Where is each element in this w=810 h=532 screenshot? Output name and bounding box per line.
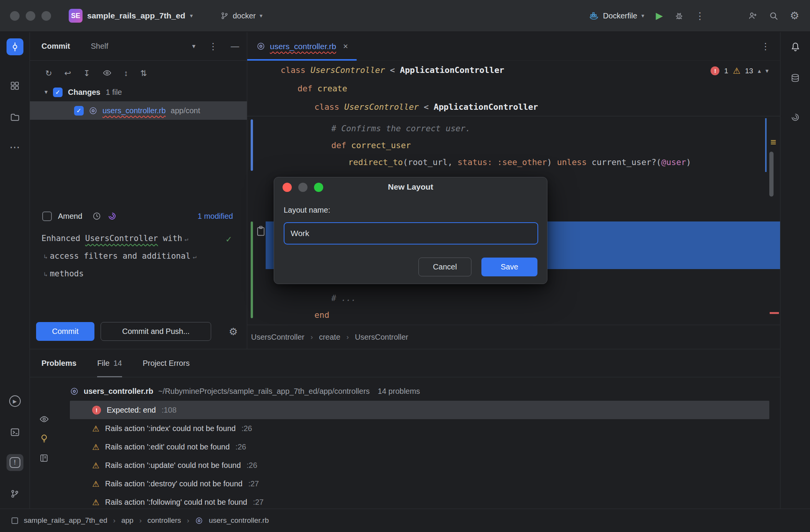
commit-message-line: Enhanced UsersController with↵✓ bbox=[41, 230, 235, 248]
open-details-icon[interactable] bbox=[39, 453, 49, 463]
chevron-down-icon[interactable]: ▾ bbox=[45, 89, 48, 95]
run-button[interactable]: ▶ bbox=[656, 10, 663, 21]
window-minimize-button[interactable] bbox=[26, 11, 35, 21]
more-toolwindows-button[interactable]: ⋯ bbox=[7, 139, 23, 156]
commit-toolwindow-button[interactable] bbox=[7, 38, 23, 55]
next-problem-button[interactable]: ▾ bbox=[765, 67, 769, 74]
problem-line-number: :108 bbox=[162, 406, 177, 415]
code-line[interactable]: # ... bbox=[247, 290, 780, 307]
notifications-button[interactable] bbox=[787, 38, 804, 55]
search-everywhere-button[interactable] bbox=[769, 11, 779, 21]
layout-name-input[interactable] bbox=[284, 222, 538, 245]
tab-shelf[interactable]: Shelf bbox=[91, 42, 108, 51]
breadcrumb-item[interactable]: UsersController bbox=[251, 333, 304, 342]
ai-generate-message-icon[interactable] bbox=[107, 211, 117, 221]
preview-eye-icon[interactable] bbox=[39, 414, 49, 424]
problem-text: Rails action ':update' could not be foun… bbox=[105, 461, 241, 470]
save-button[interactable]: Save bbox=[481, 258, 537, 276]
statusbar-breadcrumb-item[interactable]: sample_rails_app_7th_ed bbox=[24, 516, 107, 525]
ai-assistant-toolwindow-button[interactable] bbox=[787, 109, 804, 126]
inspections-widget[interactable]: ! 1 ⚠ 13 ▴ ▾ bbox=[711, 66, 769, 75]
database-toolwindow-button[interactable] bbox=[787, 69, 804, 86]
statusbar-breadcrumb-item[interactable]: users_controller.rb bbox=[209, 516, 269, 525]
more-actions-button[interactable]: ⋮ bbox=[695, 11, 705, 21]
window-zoom-button[interactable] bbox=[41, 11, 51, 21]
code-line[interactable]: class UsersController < ApplicationContr… bbox=[247, 61, 780, 79]
chevron-down-icon[interactable]: ▾ bbox=[192, 43, 195, 50]
toolwindow-options-button[interactable]: ⋮ bbox=[208, 42, 218, 51]
breadcrumb-item[interactable]: create bbox=[319, 333, 341, 342]
code-line[interactable]: def correct_user bbox=[247, 137, 780, 154]
structure-toolwindow-button[interactable] bbox=[7, 77, 23, 94]
get-from-vcs-icon[interactable]: ↧ bbox=[83, 69, 90, 77]
problem-row[interactable]: !Expected: end:108 bbox=[70, 401, 769, 419]
file-checkbox[interactable]: ✓ bbox=[74, 106, 84, 116]
terminal-toolwindow-button[interactable] bbox=[7, 424, 23, 441]
collapse-all-icon[interactable]: ⇅ bbox=[140, 69, 147, 77]
problems-toolwindow: Problems File 14 Project Errors bbox=[30, 349, 780, 509]
git-toolwindow-button[interactable] bbox=[7, 485, 23, 502]
tab-file-count: 14 bbox=[113, 359, 122, 368]
history-clock-icon[interactable] bbox=[92, 211, 101, 221]
run-configuration-selector[interactable]: Dockerfile ▾ bbox=[589, 11, 644, 20]
code-line[interactable]: # Confirms the correct user. bbox=[247, 120, 780, 137]
project-widget[interactable]: SE sample_rails_app_7th_ed ▾ bbox=[69, 9, 193, 23]
tab-file[interactable]: File 14 bbox=[97, 349, 122, 377]
rollback-icon[interactable]: ↩ bbox=[64, 69, 71, 77]
soft-wrap-icon: ↵ bbox=[193, 253, 197, 260]
problem-row[interactable]: ⚠Rails action ':destroy' could not be fo… bbox=[70, 474, 769, 493]
new-layout-dialog: New Layout Layout name: Cancel Save bbox=[274, 177, 547, 284]
changed-file-row[interactable]: ✓ users_controller.rb app/cont bbox=[30, 101, 247, 120]
commit-message-editor[interactable]: Enhanced UsersController with↵✓ ↳access … bbox=[41, 230, 235, 283]
commit-checks-passed-icon: ✓ bbox=[226, 231, 231, 248]
clipboard-gutter-icon[interactable] bbox=[256, 225, 266, 237]
vcs-branch-widget[interactable]: docker ▾ bbox=[220, 12, 263, 20]
problem-row[interactable]: ⚠Rails action ':update' could not be fou… bbox=[70, 456, 769, 474]
prev-problem-button[interactable]: ▴ bbox=[758, 67, 761, 74]
cancel-button[interactable]: Cancel bbox=[418, 258, 471, 276]
problem-row[interactable]: ⚠Rails action ':index' could not be foun… bbox=[70, 419, 769, 438]
code-line[interactable]: def create bbox=[247, 79, 780, 98]
commit-options-gear-icon[interactable]: ⚙ bbox=[229, 327, 238, 337]
commit-and-push-button[interactable]: Commit and Push... bbox=[101, 322, 211, 341]
editor-tab-options-button[interactable]: ⋮ bbox=[761, 41, 770, 52]
warning-icon: ⚠ bbox=[92, 443, 99, 451]
editor-tab[interactable]: users_controller.rb × bbox=[247, 32, 357, 61]
code-line[interactable]: redirect_to(root_url, status: :see_other… bbox=[247, 154, 780, 171]
tab-problems[interactable]: Problems bbox=[41, 349, 76, 377]
dialog-buttons: Cancel Save bbox=[418, 258, 537, 276]
problems-file-count: 14 problems bbox=[378, 387, 420, 396]
preview-diff-eye-icon[interactable] bbox=[102, 68, 112, 78]
branch-name: docker bbox=[233, 12, 256, 20]
modified-count-link[interactable]: 1 modified bbox=[198, 212, 233, 221]
statusbar-breadcrumb-item[interactable]: app bbox=[121, 516, 134, 525]
breadcrumb-item[interactable]: UsersController bbox=[355, 333, 408, 342]
problems-file-header[interactable]: users_controller.rb ~/RubymineProjects/s… bbox=[70, 382, 420, 400]
problems-toolwindow-button[interactable]: ! bbox=[7, 454, 23, 471]
quickfix-bulb-icon[interactable] bbox=[39, 433, 49, 443]
expand-all-icon[interactable]: ↕ bbox=[124, 69, 128, 77]
code-line[interactable]: class UsersController < ApplicationContr… bbox=[247, 98, 780, 116]
services-toolwindow-button[interactable]: ▶ bbox=[7, 393, 23, 410]
tab-project-errors[interactable]: Project Errors bbox=[143, 349, 190, 377]
settings-gear-icon[interactable]: ⚙ bbox=[790, 11, 799, 21]
hide-toolwindow-button[interactable]: — bbox=[231, 42, 239, 51]
changes-label: Changes bbox=[68, 88, 100, 97]
code-with-me-button[interactable] bbox=[748, 11, 757, 21]
statusbar-breadcrumb-item[interactable]: controllers bbox=[147, 516, 181, 525]
problems-list: !Expected: end:108⚠Rails action ':index'… bbox=[70, 401, 769, 511]
close-tab-icon[interactable]: × bbox=[343, 41, 348, 51]
amend-checkbox[interactable] bbox=[42, 211, 52, 221]
debug-button[interactable] bbox=[674, 11, 684, 20]
code-line[interactable]: end bbox=[247, 307, 780, 324]
refresh-icon[interactable]: ↻ bbox=[45, 69, 52, 77]
window-close-button[interactable] bbox=[10, 11, 20, 21]
tab-commit[interactable]: Commit bbox=[41, 42, 70, 51]
problem-row[interactable]: ⚠Rails action ':edit' could not be found… bbox=[70, 438, 769, 456]
changes-checkbox[interactable]: ✓ bbox=[53, 88, 63, 97]
changes-group-row[interactable]: ▾ ✓ Changes 1 file bbox=[30, 83, 247, 101]
changed-file-path: app/cont bbox=[171, 106, 200, 115]
project-folder-toolwindow-button[interactable] bbox=[7, 109, 23, 126]
chevron-down-icon: ▾ bbox=[190, 12, 193, 19]
commit-button[interactable]: Commit bbox=[36, 322, 94, 341]
